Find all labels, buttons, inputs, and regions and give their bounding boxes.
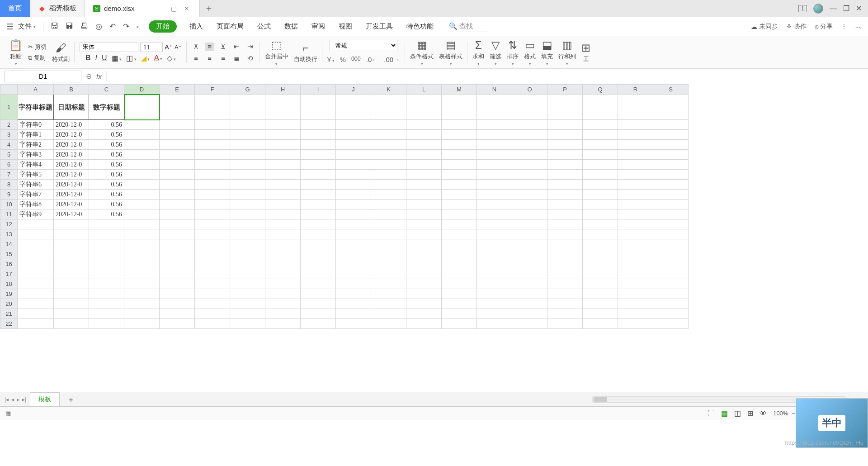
cell-R9[interactable] (618, 190, 653, 200)
cell-G13[interactable] (230, 229, 265, 239)
cell-E21[interactable] (160, 309, 195, 319)
cell-O7[interactable] (512, 170, 547, 180)
cell-K5[interactable] (371, 150, 406, 160)
cell-O21[interactable] (512, 309, 547, 319)
cell-H11[interactable] (265, 209, 301, 219)
cell-N15[interactable] (477, 249, 512, 259)
font-size-select[interactable] (140, 43, 163, 52)
cell-F15[interactable] (195, 249, 230, 259)
ribbon-tab-7[interactable]: 开发工具 (365, 20, 394, 33)
cell-F11[interactable] (195, 209, 230, 219)
cell-K14[interactable] (371, 239, 406, 249)
cell-O13[interactable] (512, 229, 547, 239)
cell-H6[interactable] (265, 160, 301, 170)
table-style-button[interactable]: ▤表格样式 (439, 39, 462, 66)
cell-R22[interactable] (618, 319, 653, 329)
cell-F6[interactable] (195, 160, 230, 170)
cell-D13[interactable] (124, 229, 160, 239)
page-layout-icon[interactable]: ◫ (734, 409, 741, 418)
cell-S3[interactable] (653, 130, 689, 140)
cell-A16[interactable] (18, 259, 54, 269)
cell-G10[interactable] (230, 200, 265, 209)
cell-M19[interactable] (442, 289, 477, 299)
cell-S15[interactable] (653, 249, 689, 259)
cell-Q9[interactable] (583, 190, 618, 200)
cell-Q13[interactable] (583, 229, 618, 239)
cell-I5[interactable] (301, 150, 336, 160)
cell-O3[interactable] (512, 130, 547, 140)
align-middle-icon[interactable]: ≡ (205, 43, 214, 51)
row-header-16[interactable]: 16 (0, 259, 18, 269)
cell-H9[interactable] (265, 190, 301, 200)
tab-file[interactable]: S demo.xlsx ▢ ✕ (85, 0, 200, 17)
align-left-icon[interactable]: ≡ (192, 54, 201, 62)
cell-L3[interactable] (406, 130, 442, 140)
cell-K10[interactable] (371, 200, 406, 209)
cell-Q18[interactable] (583, 279, 618, 289)
cell-B4[interactable]: 2020-12-0 (54, 140, 89, 150)
cell-M8[interactable] (442, 180, 477, 190)
cell-G8[interactable] (230, 180, 265, 190)
cell-B5[interactable]: 2020-12-0 (54, 150, 89, 160)
cell-A21[interactable] (18, 309, 54, 319)
cell-O22[interactable] (512, 319, 547, 329)
cell-B13[interactable] (54, 229, 89, 239)
cell-C4[interactable]: 0.56 (89, 140, 124, 150)
cell-H8[interactable] (265, 180, 301, 190)
cell-A5[interactable]: 字符串3 (18, 150, 54, 160)
row-header-6[interactable]: 6 (0, 160, 18, 170)
search-box[interactable]: 🔍 查找 (448, 21, 489, 32)
quick-access-more[interactable] (137, 22, 139, 31)
cell-Q17[interactable] (583, 269, 618, 279)
cell-K18[interactable] (371, 279, 406, 289)
zoom-out-icon[interactable]: − (792, 410, 795, 417)
cell-J19[interactable] (336, 289, 371, 299)
cell-L5[interactable] (406, 150, 442, 160)
cell-D22[interactable] (124, 319, 160, 329)
align-bottom-icon[interactable]: ⊻ (219, 43, 228, 51)
cell-P8[interactable] (547, 180, 583, 190)
cell-P17[interactable] (547, 269, 583, 279)
cell-G3[interactable] (230, 130, 265, 140)
cell-G6[interactable] (230, 160, 265, 170)
cell-N17[interactable] (477, 269, 512, 279)
cell-H20[interactable] (265, 299, 301, 309)
col-header-Q[interactable]: Q (583, 85, 618, 95)
cell-Q3[interactable] (583, 130, 618, 140)
tab-template[interactable]: ◆ 稻壳模板 (30, 0, 85, 17)
col-header-S[interactable]: S (653, 85, 689, 95)
cell-F10[interactable] (195, 200, 230, 209)
cell-L4[interactable] (406, 140, 442, 150)
cell-B1[interactable]: 日期标题 (54, 95, 89, 120)
cell-R18[interactable] (618, 279, 653, 289)
cell-S7[interactable] (653, 170, 689, 180)
cell-M14[interactable] (442, 239, 477, 249)
cell-H10[interactable] (265, 200, 301, 209)
cell-Q22[interactable] (583, 319, 618, 329)
cell-L13[interactable] (406, 229, 442, 239)
cell-A4[interactable]: 字符串2 (18, 140, 54, 150)
cell-O19[interactable] (512, 289, 547, 299)
cell-P14[interactable] (547, 239, 583, 249)
cell-P19[interactable] (547, 289, 583, 299)
cell-E3[interactable] (160, 130, 195, 140)
cell-F8[interactable] (195, 180, 230, 190)
cell-H15[interactable] (265, 249, 301, 259)
cell-E13[interactable] (160, 229, 195, 239)
cell-I19[interactable] (301, 289, 336, 299)
row-header-22[interactable]: 22 (0, 319, 18, 329)
cell-F16[interactable] (195, 259, 230, 269)
cell-L22[interactable] (406, 319, 442, 329)
col-header-E[interactable]: E (160, 85, 195, 95)
cell-A14[interactable] (18, 239, 54, 249)
cell-C1[interactable]: 数字标题 (89, 95, 124, 120)
cell-O15[interactable] (512, 249, 547, 259)
cell-L21[interactable] (406, 309, 442, 319)
cell-F9[interactable] (195, 190, 230, 200)
cell-A10[interactable]: 字符串8 (18, 200, 54, 209)
cell-Q15[interactable] (583, 249, 618, 259)
cell-D3[interactable] (124, 130, 160, 140)
cell-N3[interactable] (477, 130, 512, 140)
read-mode-icon[interactable]: 👁 (760, 409, 767, 418)
cell-G17[interactable] (230, 269, 265, 279)
